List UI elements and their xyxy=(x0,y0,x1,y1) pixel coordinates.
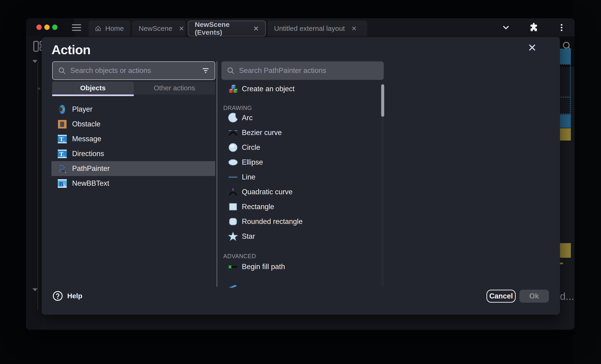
action-line[interactable]: Line xyxy=(221,170,374,184)
arc-icon xyxy=(228,113,238,123)
object-label: Message xyxy=(72,135,101,143)
truncated-scene-label: d... xyxy=(560,291,574,302)
action-rounded-rectangle[interactable]: Rounded rectangle xyxy=(221,214,374,229)
object-label: Player xyxy=(72,105,92,114)
panel-divider xyxy=(217,61,217,287)
list-item-pathpainter[interactable]: PathPainter xyxy=(51,161,215,176)
tab-newscene[interactable]: NewScene ✕ xyxy=(132,21,185,36)
extensions-puzzle-icon[interactable] xyxy=(529,22,539,33)
circle-icon xyxy=(228,142,238,153)
close-window-button[interactable] xyxy=(36,25,42,30)
line-icon xyxy=(228,172,238,182)
action-label: Circle xyxy=(242,143,260,152)
tab-label: Untitled external layout xyxy=(274,25,345,32)
svg-text:x: x xyxy=(63,139,65,143)
ok-button[interactable]: Ok xyxy=(519,290,549,303)
list-item-message[interactable]: Tx Message xyxy=(51,132,215,146)
action-begin-fill-path[interactable]: Begin fill path xyxy=(221,259,374,274)
text-object-icon: Tx xyxy=(58,134,67,144)
action-label: Quadratic curve xyxy=(242,188,293,196)
events-panel-edge xyxy=(26,36,41,330)
scene-object-yellow[interactable] xyxy=(560,128,571,141)
text-object-icon: Tx xyxy=(58,149,67,159)
wallpaper-noise xyxy=(573,0,601,364)
bezier-curve-icon xyxy=(228,128,238,138)
collapse-event-icon[interactable] xyxy=(32,288,38,291)
star-icon xyxy=(228,231,238,241)
action-label: Rectangle xyxy=(242,203,274,211)
scene-object-yellow-small xyxy=(560,263,563,264)
action-search-box xyxy=(221,61,384,80)
action-circle[interactable]: Circle xyxy=(221,140,374,155)
bbtext-object-icon: Bb xyxy=(58,179,67,188)
rectangle-icon xyxy=(228,202,238,212)
tab-other-actions[interactable]: Other actions xyxy=(134,82,215,95)
help-button[interactable]: Help xyxy=(52,291,82,301)
object-label: Obstacle xyxy=(72,120,100,128)
traffic-lights xyxy=(36,25,58,30)
action-label: Star xyxy=(242,232,255,240)
titlebar-actions xyxy=(501,22,566,33)
create-object-icon xyxy=(228,84,238,94)
minimize-window-button[interactable] xyxy=(44,25,50,30)
action-rectangle[interactable]: Rectangle xyxy=(221,199,374,214)
scene-object-yellow[interactable] xyxy=(560,243,571,258)
chevron-down-icon[interactable] xyxy=(501,23,511,32)
tab-home[interactable]: Home xyxy=(89,21,130,36)
action-label: Rounded rectangle xyxy=(242,217,303,226)
tab-newscene-events[interactable]: NewScene (Events) ✕ xyxy=(188,21,266,36)
list-item-player[interactable]: Player xyxy=(51,102,215,117)
list-item-newbbtext[interactable]: Bb NewBBText xyxy=(51,176,215,191)
action-label: Create an object xyxy=(242,85,294,93)
list-item-directions[interactable]: Tx Directions xyxy=(51,146,215,161)
close-dialog-icon[interactable]: ✕ xyxy=(526,41,539,54)
main-menu-icon[interactable] xyxy=(70,23,83,32)
action-arc[interactable]: Arc xyxy=(221,110,374,125)
object-label: Directions xyxy=(72,150,104,158)
action-bezier-curve[interactable]: Bezier curve xyxy=(221,125,374,140)
titlebar: Home NewScene ✕ NewScene (Events) ✕ Unti… xyxy=(26,18,575,36)
help-circle-icon xyxy=(52,291,63,301)
object-search-box xyxy=(52,61,215,80)
overflow-menu-icon[interactable] xyxy=(557,23,566,32)
obstacle-object-icon xyxy=(58,119,67,129)
tab-untitled-external-layout[interactable]: Untitled external layout ✕ xyxy=(268,21,367,36)
zoom-window-button[interactable] xyxy=(52,25,58,30)
tab-label: Home xyxy=(105,25,124,32)
action-ellipse[interactable]: Ellipse xyxy=(221,155,374,170)
object-search-input[interactable] xyxy=(70,67,198,75)
scene-object-blue[interactable] xyxy=(560,115,571,128)
search-icon xyxy=(227,67,235,75)
action-create-object[interactable]: Create an object xyxy=(221,82,374,96)
action-label: Line xyxy=(242,173,256,181)
action-partially-visible[interactable] xyxy=(221,282,374,287)
list-item-obstacle[interactable]: Obstacle xyxy=(51,117,215,132)
tab-label: NewScene (Events) xyxy=(195,21,247,36)
action-label: Arc xyxy=(242,114,253,122)
tab-objects[interactable]: Objects xyxy=(52,82,134,95)
app-window: Home NewScene ✕ NewScene (Events) ✕ Unti… xyxy=(26,18,575,330)
tab-close-icon[interactable]: ✕ xyxy=(179,25,184,32)
svg-text:b: b xyxy=(63,183,66,187)
quadratic-curve-icon xyxy=(228,187,238,197)
object-label: PathPainter xyxy=(72,164,110,173)
action-dialog: Action ✕ Objects Other actions Player xyxy=(42,37,560,315)
ellipse-icon xyxy=(228,157,238,167)
cancel-button[interactable]: Cancel xyxy=(486,290,516,303)
clipped-action-icon xyxy=(228,284,238,287)
action-list-scrollbar-thumb[interactable] xyxy=(381,84,384,117)
tab-close-icon[interactable]: ✕ xyxy=(253,25,259,32)
action-star[interactable]: Star xyxy=(221,229,374,244)
collapse-subevent-icon[interactable] xyxy=(37,88,41,90)
path-painter-object-icon xyxy=(58,164,67,173)
filter-icon[interactable] xyxy=(202,67,210,75)
object-label: NewBBText xyxy=(72,179,109,188)
tab-label: NewScene xyxy=(139,25,172,32)
scene-object-blue[interactable] xyxy=(560,49,571,64)
tab-close-icon[interactable]: ✕ xyxy=(351,25,357,32)
player-object-icon xyxy=(58,105,67,114)
action-search-input[interactable] xyxy=(239,67,379,75)
action-quadratic-curve[interactable]: Quadratic curve xyxy=(221,184,374,199)
tab-label: Other actions xyxy=(154,84,195,92)
collapse-event-icon[interactable] xyxy=(32,60,38,63)
